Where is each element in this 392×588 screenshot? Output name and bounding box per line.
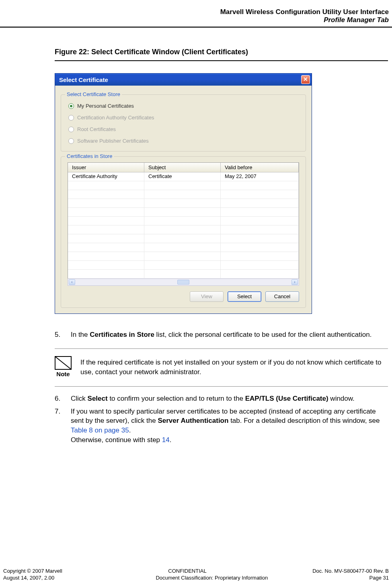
radio-icon [68, 138, 74, 144]
radio-my-personal[interactable]: My Personal Certificates [68, 103, 299, 109]
radio-label: Root Certificates [77, 126, 116, 132]
table-row[interactable] [68, 199, 299, 208]
footer-copyright: Copyright © 2007 Marvell [3, 568, 62, 574]
table-row[interactable] [68, 208, 299, 217]
select-certificate-store-group: Select Certificate Store My Personal Cer… [61, 94, 306, 152]
table-row[interactable] [68, 190, 299, 199]
note-icon [55, 356, 72, 370]
cancel-button[interactable]: Cancel [265, 291, 299, 302]
note-block: Note If the required certificate is not … [55, 356, 388, 377]
radio-ca-certificates[interactable]: Certification Authority Certificates [68, 115, 299, 121]
radio-software-publisher[interactable]: Software Publisher Certificates [68, 138, 299, 144]
cell-subject: Certificate [144, 172, 221, 181]
radio-label: Certification Authority Certificates [77, 115, 154, 121]
scroll-thumb[interactable] [177, 280, 189, 285]
footer-confidential: CONFIDENTIAL [168, 568, 206, 574]
step-number: 7. [55, 407, 71, 445]
select-certificate-dialog: Select Certificate ✕ Select Certificate … [55, 73, 312, 314]
dialog-title: Select Certificate [59, 76, 108, 83]
scroll-right-icon[interactable]: › [291, 279, 298, 285]
table-row[interactable] [68, 225, 299, 234]
table-row[interactable] [68, 252, 299, 261]
step-number: 5. [55, 330, 71, 340]
step-6: 6. Click Select to confirm your selectio… [55, 394, 388, 404]
select-button[interactable]: Select [228, 291, 261, 302]
page-header: Marvell Wireless Configuration Utility U… [0, 8, 392, 28]
step-14-link[interactable]: 14 [162, 436, 170, 444]
step-5: 5. In the Certificates in Store list, cl… [55, 330, 388, 340]
certificates-in-store-group: Certificates in Store Issuer Subject Val… [61, 156, 306, 308]
table-row[interactable] [68, 234, 299, 243]
svg-line-1 [55, 356, 71, 369]
step-number: 6. [55, 394, 71, 404]
horizontal-scrollbar[interactable]: ‹ › [68, 279, 299, 286]
radio-icon [68, 127, 74, 132]
note-rule-top [55, 348, 388, 349]
footer-page: Page 31 [369, 575, 389, 581]
step-7: 7. If you want to specify particular ser… [55, 407, 388, 445]
table-8-link[interactable]: Table 8 on page 35 [71, 426, 129, 434]
view-button[interactable]: View [190, 291, 224, 302]
radio-label: Software Publisher Certificates [77, 138, 149, 144]
table-row[interactable] [68, 217, 299, 225]
col-issuer[interactable]: Issuer [68, 163, 144, 172]
table-row[interactable] [68, 181, 299, 190]
cell-issuer: Certificate Authority [68, 172, 144, 181]
table-row[interactable] [68, 243, 299, 252]
table-row[interactable] [68, 261, 299, 270]
group-list-title: Certificates in Store [65, 153, 114, 159]
col-subject[interactable]: Subject [144, 163, 221, 172]
dialog-titlebar[interactable]: Select Certificate ✕ [55, 74, 312, 86]
radio-icon [68, 115, 74, 121]
radio-icon [68, 103, 74, 109]
scroll-left-icon[interactable]: ‹ [69, 279, 75, 285]
footer-classification: Document Classification: Proprietary Inf… [156, 575, 268, 581]
dialog-button-row: View Select Cancel [68, 291, 299, 302]
page-footer: Copyright © 2007 Marvell CONFIDENTIAL Do… [3, 567, 389, 581]
cell-valid-before: May 22, 2007 [221, 172, 299, 181]
footer-date: August 14, 2007, 2.00 [3, 575, 54, 581]
caption-rule [55, 60, 388, 61]
close-icon[interactable]: ✕ [301, 75, 310, 84]
radio-label: My Personal Certificates [77, 103, 134, 109]
header-subtitle: Profile Manager Tab [0, 16, 389, 24]
col-valid-before[interactable]: Valid before [221, 163, 299, 172]
table-row[interactable] [68, 270, 299, 279]
note-text: If the required certificate is not yet i… [80, 356, 388, 377]
note-rule-bottom [55, 386, 388, 387]
note-label: Note [55, 371, 72, 377]
group-store-title: Select Certificate Store [65, 91, 122, 97]
table-header: Issuer Subject Valid before [68, 163, 299, 172]
figure-caption: Figure 22: Select Certificate Window (Cl… [55, 48, 388, 56]
header-title: Marvell Wireless Configuration Utility U… [0, 8, 389, 16]
certificates-table[interactable]: Issuer Subject Valid before Certificate … [68, 162, 299, 279]
footer-docno: Doc. No. MV-S800477-00 Rev. B [312, 568, 389, 574]
radio-root-certificates[interactable]: Root Certificates [68, 126, 299, 132]
table-row[interactable]: Certificate Authority Certificate May 22… [68, 172, 299, 181]
